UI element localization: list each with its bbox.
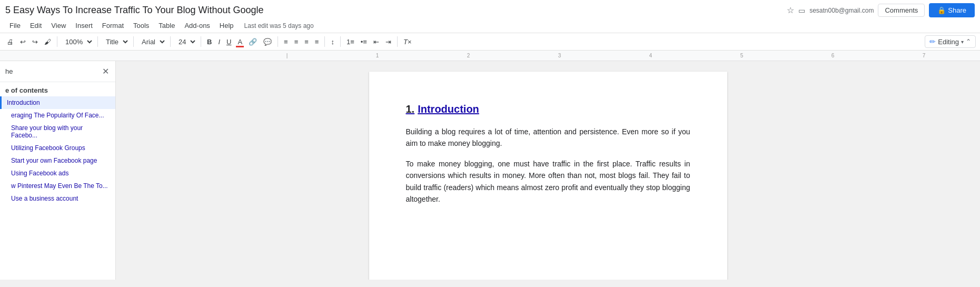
folder-icon[interactable]: ▭ bbox=[798, 6, 805, 15]
divider9 bbox=[397, 36, 398, 47]
ruler: | 1 2 3 4 5 6 7 bbox=[0, 51, 980, 61]
doc-page: 1.Introduction Building a blog requires … bbox=[369, 72, 727, 280]
toc-item-share-blog[interactable]: Share your blog with your Facebo... bbox=[0, 122, 115, 142]
sidebar-header: he ✕ bbox=[0, 61, 115, 82]
ordered-list-button[interactable]: 1≡ bbox=[344, 36, 357, 47]
link-button[interactable]: 🔗 bbox=[246, 36, 260, 47]
heading-text: Introduction bbox=[418, 103, 479, 115]
style-select[interactable]: Title bbox=[101, 36, 130, 48]
collapse-icon[interactable]: ⌃ bbox=[966, 38, 971, 45]
bold-button[interactable]: B bbox=[204, 36, 214, 47]
menu-insert[interactable]: Insert bbox=[71, 19, 97, 32]
italic-button[interactable]: I bbox=[215, 36, 223, 47]
font-size-select[interactable]: 24 bbox=[174, 36, 197, 48]
font-color-button[interactable]: A bbox=[235, 36, 245, 47]
menu-help[interactable]: Help bbox=[215, 19, 238, 32]
doc-heading: 1.Introduction bbox=[406, 103, 690, 115]
zoom-select[interactable]: 100% bbox=[61, 36, 94, 48]
doc-paragraph-2: To make money blogging, one must have tr… bbox=[406, 158, 690, 205]
divider1 bbox=[57, 36, 57, 47]
user-email: sesatn00b@gmail.com bbox=[809, 7, 874, 14]
doc-area: 1.Introduction Building a blog requires … bbox=[116, 61, 980, 280]
menu-addons[interactable]: Add-ons bbox=[180, 19, 214, 32]
decrease-indent-button[interactable]: ⇤ bbox=[371, 36, 382, 47]
editing-label: Editing bbox=[938, 38, 959, 46]
font-select[interactable]: Arial bbox=[137, 36, 167, 48]
doc-paragraph-1: Building a blog requires a lot of time, … bbox=[406, 126, 690, 150]
last-edit: Last edit was 5 days ago bbox=[244, 22, 314, 29]
divider4 bbox=[170, 36, 171, 47]
toc-item-leveraging[interactable]: eraging The Popularity Of Face... bbox=[0, 109, 115, 122]
align-left-button[interactable]: ≡ bbox=[281, 36, 291, 47]
pencil-icon: ✏ bbox=[929, 37, 936, 46]
clear-formatting-button[interactable]: T× bbox=[401, 36, 414, 47]
chevron-down-icon: ▾ bbox=[961, 39, 964, 45]
comments-button[interactable]: Comments bbox=[878, 4, 925, 17]
divider3 bbox=[133, 36, 134, 47]
toc-item-fb-page[interactable]: Start your own Facebook page bbox=[0, 154, 115, 167]
toc-item-fb-ads[interactable]: Using Facebook ads bbox=[0, 167, 115, 180]
sidebar-panel-label: he bbox=[5, 67, 13, 75]
heading-number: 1. bbox=[406, 103, 415, 115]
star-icon[interactable]: ☆ bbox=[787, 5, 794, 15]
menu-file[interactable]: File bbox=[5, 19, 25, 32]
menu-bar: File Edit View Insert Format Tools Table… bbox=[0, 18, 980, 33]
share-button[interactable]: 🔒 Share bbox=[929, 3, 975, 17]
paint-format-button[interactable]: 🖌 bbox=[42, 36, 54, 47]
align-center-button[interactable]: ≡ bbox=[292, 36, 301, 47]
redo-button[interactable]: ↪ bbox=[29, 36, 41, 47]
toc-item-business-account[interactable]: Use a business account bbox=[0, 192, 115, 205]
toc-item-introduction[interactable]: Introduction bbox=[0, 96, 115, 109]
close-icon[interactable]: ✕ bbox=[101, 65, 110, 77]
ruler-content: | 1 2 3 4 5 6 7 bbox=[232, 53, 980, 58]
toolbar: 🖨 ↩ ↪ 🖌 100% Title Arial 24 B I U A 🔗 💬 … bbox=[0, 33, 980, 51]
lock-icon: 🔒 bbox=[937, 6, 946, 14]
divider2 bbox=[97, 36, 98, 47]
print-button[interactable]: 🖨 bbox=[4, 36, 16, 47]
main-layout: he ✕ e of contents Introduction eraging … bbox=[0, 61, 980, 280]
menu-edit[interactable]: Edit bbox=[26, 19, 46, 32]
line-spacing-button[interactable]: ↕ bbox=[328, 36, 337, 47]
sidebar: he ✕ e of contents Introduction eraging … bbox=[0, 61, 116, 280]
editing-mode-selector[interactable]: ✏ Editing ▾ ⌃ bbox=[925, 35, 976, 48]
title-bar: 5 Easy Ways To Increase Traffic To Your … bbox=[0, 0, 980, 18]
toc-header: e of contents bbox=[0, 82, 115, 96]
menu-format[interactable]: Format bbox=[98, 19, 128, 32]
toc-item-fb-groups[interactable]: Utilizing Facebook Groups bbox=[0, 142, 115, 154]
divider5 bbox=[201, 36, 201, 47]
align-justify-button[interactable]: ≡ bbox=[312, 36, 322, 47]
divider6 bbox=[278, 36, 278, 47]
menu-table[interactable]: Table bbox=[154, 19, 179, 32]
increase-indent-button[interactable]: ⇥ bbox=[383, 36, 394, 47]
divider8 bbox=[340, 36, 341, 47]
menu-view[interactable]: View bbox=[47, 19, 70, 32]
comment-button[interactable]: 💬 bbox=[261, 36, 274, 47]
underline-button[interactable]: U bbox=[224, 36, 234, 47]
divider7 bbox=[324, 36, 325, 47]
align-right-button[interactable]: ≡ bbox=[302, 36, 311, 47]
undo-button[interactable]: ↩ bbox=[17, 36, 28, 47]
menu-tools[interactable]: Tools bbox=[129, 19, 153, 32]
doc-title: 5 Easy Ways To Increase Traffic To Your … bbox=[5, 5, 783, 16]
toc-item-pinterest[interactable]: w Pinterest May Even Be The To... bbox=[0, 180, 115, 192]
unordered-list-button[interactable]: •≡ bbox=[358, 36, 370, 47]
